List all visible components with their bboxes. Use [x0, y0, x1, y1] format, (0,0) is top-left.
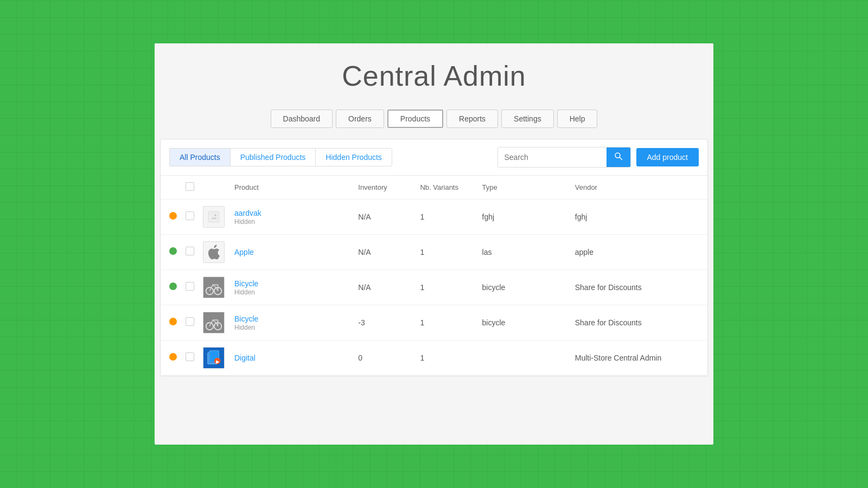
product-link[interactable]: aardvak: [234, 209, 261, 217]
products-table: Product Inventory Nb. Variants Type Vend…: [161, 176, 707, 376]
search-icon: [614, 152, 623, 160]
row-checkbox[interactable]: [186, 352, 194, 361]
product-sub: Hidden: [234, 218, 358, 226]
variants-cell: 1: [420, 213, 482, 221]
product-name-cell: Bicycle Hidden: [234, 314, 358, 331]
variants-cell: 1: [420, 248, 482, 256]
row-checkbox-col: [186, 211, 199, 222]
vendor-cell: apple: [575, 248, 699, 256]
row-status: [169, 282, 186, 292]
vendor-cell: Multi-Store Central Admin: [575, 354, 699, 362]
tab-hidden-products[interactable]: Hidden Products: [315, 148, 392, 166]
vendor-cell: Share for Discounts: [575, 318, 699, 327]
nav-dashboard[interactable]: Dashboard: [271, 110, 333, 128]
bicycle-thumb-2: [203, 312, 225, 333]
product-sub: Hidden: [234, 288, 358, 296]
nav-reports[interactable]: Reports: [446, 110, 498, 128]
row-checkbox[interactable]: [186, 317, 194, 326]
svg-line-1: [620, 157, 622, 160]
inventory-cell: N/A: [358, 248, 420, 256]
product-thumb: ▶: [203, 347, 229, 369]
product-sub: Hidden: [234, 324, 358, 331]
product-thumb: [203, 206, 229, 228]
header-checkbox-col: [186, 182, 199, 192]
header: Central Admin: [155, 43, 713, 103]
product-link[interactable]: Apple: [234, 248, 254, 256]
inventory-cell: -3: [358, 318, 420, 327]
variants-col-header: Nb. Variants: [420, 183, 482, 191]
variants-cell: 1: [420, 354, 482, 362]
row-status: [169, 247, 186, 257]
select-all-checkbox[interactable]: [186, 182, 194, 191]
toolbar: All Products Published Products Hidden P…: [161, 139, 707, 176]
table-row: aardvak Hidden N/A 1 fghj fghj: [161, 200, 707, 235]
status-dot-green: [169, 247, 177, 255]
status-dot-orange: [169, 212, 177, 220]
status-dot-green: [169, 282, 177, 290]
type-col-header: Type: [482, 183, 575, 191]
inventory-cell: N/A: [358, 213, 420, 221]
type-cell: bicycle: [482, 283, 575, 292]
vendor-cell: fghj: [575, 213, 699, 221]
product-thumb: [203, 241, 229, 263]
svg-point-0: [615, 153, 620, 158]
svg-rect-4: [203, 277, 224, 298]
bicycle-thumb: [203, 277, 225, 298]
product-col-header: Product: [234, 183, 358, 191]
apple-thumb: [203, 241, 225, 263]
digital-thumb-icon: ▶: [203, 347, 224, 369]
row-status: [169, 353, 186, 363]
table-header: Product Inventory Nb. Variants Type Vend…: [161, 176, 707, 200]
svg-rect-2: [208, 211, 219, 222]
inventory-cell: 0: [358, 354, 420, 362]
svg-point-3: [214, 214, 216, 216]
nav-products[interactable]: Products: [387, 110, 443, 128]
product-thumb: [203, 277, 229, 298]
product-link[interactable]: Bicycle: [234, 314, 258, 323]
table-row: Bicycle Hidden N/A 1 bicycle Share for D…: [161, 270, 707, 305]
type-cell: fghj: [482, 213, 575, 221]
thumb-placeholder-icon: [203, 206, 225, 228]
product-link[interactable]: Digital: [234, 354, 256, 362]
product-name-cell: Apple: [234, 247, 358, 257]
tab-published-products[interactable]: Published Products: [230, 148, 316, 166]
type-cell: bicycle: [482, 318, 575, 327]
inventory-cell: N/A: [358, 283, 420, 292]
product-name-cell: aardvak Hidden: [234, 208, 358, 226]
row-checkbox-col: [186, 282, 199, 293]
apple-logo-icon: [206, 245, 221, 260]
row-checkbox-col: [186, 247, 199, 258]
search-input[interactable]: [498, 149, 607, 166]
svg-rect-7: [203, 312, 224, 333]
search-button[interactable]: [607, 147, 630, 167]
status-dot-orange: [169, 318, 177, 325]
variants-cell: 1: [420, 283, 482, 292]
nav-orders[interactable]: Orders: [336, 110, 384, 128]
table-row: Bicycle Hidden -3 1 bicycle Share for Di…: [161, 305, 707, 341]
row-checkbox[interactable]: [186, 247, 194, 255]
row-checkbox[interactable]: [186, 282, 194, 291]
row-checkbox-col: [186, 317, 199, 328]
status-dot-orange: [169, 353, 177, 361]
app-title: Central Admin: [155, 60, 713, 92]
table-row: ▶ Digital 0 1 Multi-Store Central Admin: [161, 341, 707, 376]
digital-thumb: ▶: [203, 347, 225, 369]
nav-help[interactable]: Help: [557, 110, 598, 128]
add-product-button[interactable]: Add product: [636, 148, 699, 166]
bicycle-thumb-icon: [203, 277, 224, 298]
row-status: [169, 318, 186, 328]
row-status: [169, 212, 186, 222]
bicycle-thumb-icon-2: [203, 312, 224, 333]
nav-settings[interactable]: Settings: [501, 110, 554, 128]
row-checkbox[interactable]: [186, 211, 194, 220]
product-name-cell: Bicycle Hidden: [234, 279, 358, 296]
row-checkbox-col: [186, 352, 199, 363]
tab-all-products[interactable]: All Products: [169, 148, 230, 166]
product-name-cell: Digital: [234, 353, 358, 363]
product-link[interactable]: Bicycle: [234, 279, 258, 288]
type-cell: las: [482, 248, 575, 256]
svg-text:▶: ▶: [216, 359, 220, 364]
table-row: Apple N/A 1 las apple: [161, 235, 707, 270]
main-panel: Central Admin Dashboard Orders Products …: [155, 43, 713, 445]
vendor-cell: Share for Discounts: [575, 283, 699, 292]
